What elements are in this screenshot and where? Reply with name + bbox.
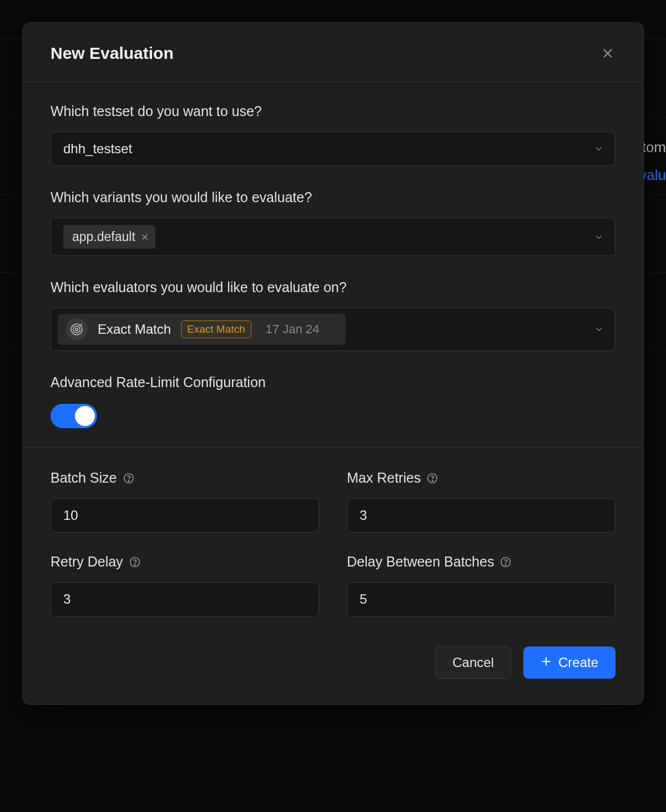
svg-point-6	[75, 328, 78, 330]
svg-point-5	[73, 326, 80, 333]
help-icon[interactable]	[123, 472, 135, 484]
retry-delay-label: Retry Delay	[51, 554, 123, 570]
evaluators-select[interactable]: Exact Match Exact Match 17 Jan 24	[51, 308, 615, 351]
evaluator-tag: Exact Match Exact Match 17 Jan 24	[58, 314, 346, 345]
remove-evaluator-icon[interactable]	[329, 324, 338, 335]
help-icon[interactable]	[426, 472, 438, 484]
svg-line-8	[331, 325, 336, 330]
create-button-label: Create	[558, 655, 598, 670]
modal-footer: Cancel Create	[23, 622, 643, 704]
delay-between-batches-label: Delay Between Batches	[347, 554, 494, 570]
evaluator-type-badge: Exact Match	[181, 320, 251, 338]
evaluator-name: Exact Match	[98, 322, 171, 337]
batch-size-field: Batch Size	[51, 470, 319, 533]
evaluator-date: 17 Jan 24	[266, 322, 320, 337]
chevron-down-icon	[594, 232, 604, 242]
svg-point-17	[506, 564, 506, 564]
max-retries-input[interactable]	[347, 498, 615, 533]
chevron-down-icon	[594, 144, 604, 154]
max-retries-label: Max Retries	[347, 470, 421, 486]
delay-between-batches-field: Delay Between Batches	[347, 554, 615, 616]
variant-tag-label: app.default	[72, 229, 135, 244]
retry-delay-field: Retry Delay	[51, 554, 319, 616]
variants-select[interactable]: app.default	[51, 218, 615, 256]
modal-title: New Evaluation	[51, 44, 174, 63]
toggle-knob	[75, 406, 95, 426]
rate-limit-section: Advanced Rate-Limit Configuration	[51, 374, 615, 428]
svg-point-11	[128, 480, 129, 480]
chevron-down-icon	[594, 324, 604, 334]
target-icon	[65, 318, 88, 340]
variant-tag: app.default	[63, 225, 155, 249]
max-retries-field: Max Retries	[347, 470, 615, 533]
retry-delay-input[interactable]	[51, 582, 319, 616]
close-icon[interactable]	[600, 46, 615, 61]
modal-header: New Evaluation	[23, 23, 643, 82]
cancel-button-label: Cancel	[452, 655, 494, 670]
rate-limit-label: Advanced Rate-Limit Configuration	[51, 374, 615, 390]
cancel-button[interactable]: Cancel	[435, 646, 511, 679]
svg-line-9	[331, 325, 336, 330]
plus-icon	[541, 655, 552, 670]
testset-value: dhh_testset	[63, 141, 132, 157]
batch-size-input[interactable]	[51, 498, 319, 533]
evaluators-field: Which evaluators you would like to evalu…	[51, 279, 615, 351]
evaluators-label: Which evaluators you would like to evalu…	[51, 279, 615, 295]
variants-label: Which variants you would like to evaluat…	[51, 189, 615, 205]
rate-limit-toggle[interactable]	[51, 404, 97, 428]
delay-between-batches-input[interactable]	[347, 582, 615, 616]
testset-field: Which testset do you want to use? dhh_te…	[51, 103, 615, 166]
help-icon[interactable]	[500, 556, 512, 568]
svg-point-13	[432, 480, 433, 480]
testset-label: Which testset do you want to use?	[51, 103, 615, 119]
rate-limit-config-grid: Batch Size Max Retries Ret	[51, 448, 615, 616]
testset-select[interactable]: dhh_testset	[51, 132, 615, 166]
create-button[interactable]: Create	[523, 646, 615, 679]
svg-point-15	[134, 564, 135, 564]
new-evaluation-modal: New Evaluation Which testset do you want…	[22, 22, 644, 705]
remove-variant-icon[interactable]	[141, 233, 149, 241]
batch-size-label: Batch Size	[51, 470, 117, 486]
variants-field: Which variants you would like to evaluat…	[51, 189, 615, 256]
help-icon[interactable]	[129, 556, 141, 568]
